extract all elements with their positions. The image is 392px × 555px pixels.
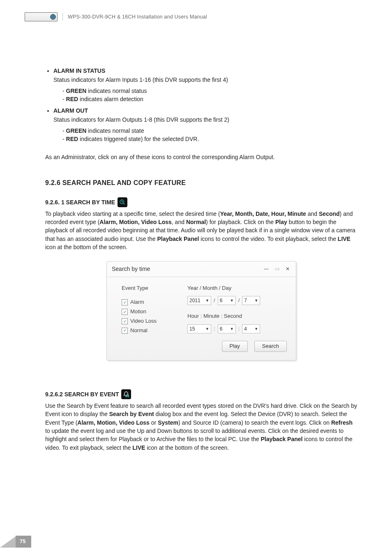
page-footer: 75 <box>0 535 31 548</box>
alarm-out-admin-note: As an Administrator, click on any of the… <box>45 153 357 161</box>
minimize-icon[interactable]: — <box>263 266 270 272</box>
search-by-time-heading: 9.2.6. 1 SEARCH BY TIME <box>45 197 357 206</box>
alarm-in-desc: Status indicators for Alarm Inputs 1-16 … <box>53 76 357 84</box>
colon-separator: : <box>214 325 215 333</box>
checkbox-alarm[interactable]: ✓Alarm <box>122 298 171 306</box>
search-button[interactable]: Search <box>254 341 287 352</box>
alarm-out-green: GREEN indicates normal state <box>62 127 357 135</box>
alarm-in-item: ALARM IN STATUS Status indicators for Al… <box>53 67 357 103</box>
hour-select[interactable]: 15▼ <box>187 324 211 333</box>
slash-separator: / <box>214 297 215 305</box>
dialog-title: Search by time <box>112 265 150 273</box>
brand-logo <box>25 12 58 21</box>
close-icon[interactable]: ✕ <box>284 266 291 272</box>
alarm-out-title: ALARM OUT <box>53 106 357 115</box>
chevron-down-icon: ▼ <box>205 298 209 303</box>
ymd-label: Year / Month / Day <box>187 284 287 292</box>
chevron-down-icon: ▼ <box>254 326 258 332</box>
search-by-event-paragraph: Use the Search by Event feature to searc… <box>45 402 357 452</box>
minute-select[interactable]: 6▼ <box>218 324 236 333</box>
alarm-out-red: RED indicates triggered state) for the s… <box>62 135 357 143</box>
alarm-in-green: GREEN indicates normal status <box>62 87 357 95</box>
colon-separator: : <box>238 325 240 333</box>
second-select[interactable]: 4▼ <box>242 324 260 333</box>
bell-search-icon <box>121 389 131 399</box>
svg-point-1 <box>127 395 129 397</box>
chevron-down-icon: ▼ <box>230 298 234 303</box>
page-header: WPS-300-DVR-9CH & 16CH Installation and … <box>25 12 367 21</box>
hms-label: Hour : Minute : Second <box>187 312 287 320</box>
checkbox-normal[interactable]: ✓Normal <box>122 327 171 335</box>
search-by-time-paragraph: To playback video starting at a specific… <box>45 210 357 251</box>
chevron-down-icon: ▼ <box>254 298 258 303</box>
page-number: 75 <box>16 536 31 548</box>
checkbox-video-loss[interactable]: ✓Video Loss <box>122 317 171 325</box>
clock-search-icon <box>118 197 127 207</box>
checkbox-motion[interactable]: ✓Motion <box>122 308 171 316</box>
alarm-out-item: ALARM OUT Status indicators for Alarm Ou… <box>53 106 357 143</box>
section-heading: 9.2.6 SEARCH PANEL AND COPY FEATURE <box>45 178 357 187</box>
alarm-in-red: RED indicates alarm detection <box>62 95 357 103</box>
alarm-out-desc: Status indicators for Alarm Outputs 1-8 … <box>53 116 357 124</box>
search-by-time-dialog: Search by time — ▭ ✕ Event Type ✓Alarm ✓… <box>106 261 296 361</box>
month-select[interactable]: 6▼ <box>218 296 236 305</box>
doc-title: WPS-300-DVR-9CH & 16CH Installation and … <box>68 13 207 21</box>
event-type-label: Event Type <box>122 284 171 292</box>
day-select[interactable]: 7▼ <box>242 296 260 305</box>
maximize-icon[interactable]: ▭ <box>274 266 280 272</box>
play-button[interactable]: Play <box>222 341 248 352</box>
chevron-down-icon: ▼ <box>205 326 209 332</box>
chevron-down-icon: ▼ <box>230 326 234 332</box>
year-select[interactable]: 2011▼ <box>187 296 211 305</box>
search-by-event-heading: 9.2.6.2 SEARCH BY EVENT <box>45 389 357 398</box>
alarm-in-title: ALARM IN STATUS <box>53 67 357 75</box>
slash-separator: / <box>238 297 240 305</box>
